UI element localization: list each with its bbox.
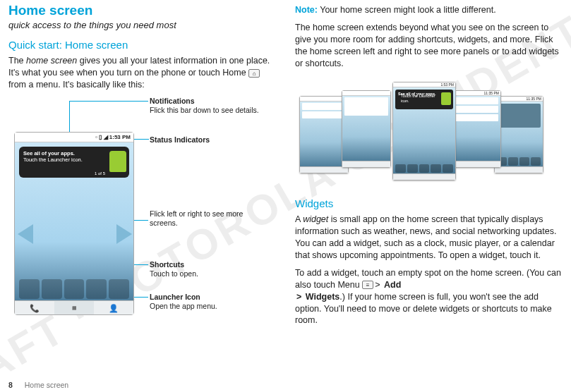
arrow-left-icon — [18, 224, 33, 244]
section-quick-start: Quick start: Home screen — [8, 39, 277, 51]
status-bar: 11:35 PM — [495, 97, 543, 102]
separator: > — [375, 280, 380, 290]
callout-flick: Flick left or right to see more screens. — [150, 209, 270, 228]
menu-add: Add — [384, 280, 401, 290]
callout-shortcuts: Shortcuts Touch to open. — [150, 260, 270, 278]
shortcut-slot[interactable] — [109, 279, 129, 299]
callout-notifications: Notifications Flick this bar down to see… — [150, 97, 270, 115]
menu-widgets: Widgets — [306, 292, 340, 302]
intro-paragraph: The home screen gives you all your lates… — [8, 55, 277, 91]
text: from a menu. It's basically like this: — [8, 80, 145, 90]
page-number: 8 — [8, 381, 13, 389]
extends-paragraph: The home screen extends beyond what you … — [295, 22, 565, 70]
swipe-arrows — [8, 224, 142, 245]
photo-widget — [497, 104, 541, 128]
widget-placeholder — [302, 111, 346, 118]
footer-label: Home screen — [25, 381, 68, 389]
note-paragraph: Note: Your home screen might look a litt… — [295, 4, 565, 16]
callout-title: Status Indicators — [150, 135, 210, 144]
android-icon — [109, 151, 126, 172]
panels-diagram: 1:53 PM See all of your apps.Touch the L… — [295, 76, 556, 189]
home-screen-term: home screen — [26, 56, 77, 66]
note-label: Note: — [295, 5, 318, 15]
status-bar — [342, 91, 390, 96]
phone-mockup: ▫ ▯ ◢ 1:53 PM See all of your apps. Touc… — [14, 132, 134, 315]
menu-icon: ≡ — [362, 281, 373, 289]
callout-title: Notifications — [150, 97, 195, 105]
widget-term: widget — [303, 214, 328, 224]
status-bar: 1:53 PM — [393, 82, 455, 87]
arrow-right-icon — [116, 224, 132, 244]
nav-bar — [495, 166, 543, 173]
status-bar[interactable]: ▫ ▯ ◢ 1:53 PM — [15, 133, 133, 142]
clock: 1:53 PM — [109, 134, 131, 140]
widget-placeholder — [302, 103, 346, 110]
tip-counter: 1 of 5 — [95, 171, 105, 176]
separator: > — [296, 292, 301, 302]
tips-widget[interactable]: See all of your apps. Touch the Launcher… — [19, 147, 129, 178]
callout-title: Launcher Icon — [150, 293, 200, 301]
callout-status: Status Indicators — [150, 135, 270, 145]
shortcut-slot[interactable] — [64, 279, 85, 299]
status-bar — [300, 97, 348, 102]
home-screen-diagram: Notifications Flick this bar down to see… — [8, 97, 277, 329]
launcher-button[interactable]: ▦ — [54, 301, 94, 314]
shortcut-dock — [19, 279, 129, 299]
text: To add a widget, touch an empty spot on … — [295, 268, 561, 290]
panel-center: 1:53 PM See all of your apps.Touch the L… — [392, 82, 456, 180]
contacts-button[interactable]: 👤 — [94, 301, 133, 314]
nav-bar — [342, 161, 390, 167]
nav-bar: 📞 ▦ 👤 — [15, 300, 133, 314]
widgets-paragraph-2: To add a widget, touch an empty spot on … — [295, 267, 565, 326]
page-subtitle: quick access to the things you need most — [8, 20, 277, 30]
shortcut-slot[interactable] — [19, 279, 40, 299]
page-footer: 8 Home screen — [8, 381, 68, 389]
panel-far-right: 11:35 PM — [494, 96, 543, 173]
leader-line — [69, 101, 148, 102]
shortcut-dock — [395, 164, 453, 173]
contact-widget — [455, 114, 498, 121]
callout-body: Open the app menu. — [150, 302, 217, 310]
android-icon — [441, 92, 451, 105]
nav-bar — [393, 173, 455, 180]
text: The — [8, 56, 26, 66]
callout-body: Touch to open. — [150, 269, 198, 278]
signal-icons: ▫ ▯ ◢ — [95, 134, 107, 140]
note-body: Your home screen might look a little dif… — [318, 5, 496, 15]
shortcut-slot[interactable] — [86, 279, 107, 299]
widget-placeholder — [344, 97, 388, 116]
dialer-button[interactable]: 📞 — [15, 301, 54, 314]
status-bar: 11:35 PM — [452, 91, 500, 96]
shortcut-slot[interactable] — [42, 279, 62, 299]
shortcut-dock — [497, 157, 541, 166]
callout-title: Shortcuts — [150, 260, 184, 269]
tip-text: See all of your apps.Touch the Launcher … — [398, 92, 436, 97]
panel-left — [342, 90, 391, 168]
contact-widget — [455, 106, 498, 113]
callout-body: Flick this bar down to see details. — [150, 106, 259, 114]
tips-widget: See all of your apps.Touch the Launcher … — [395, 90, 453, 109]
nav-bar — [300, 166, 348, 173]
callout-body: Flick left or right to see more screens. — [150, 209, 243, 227]
text: is small app on the home screen that typ… — [295, 214, 556, 260]
text: A — [295, 214, 303, 224]
nav-bar — [452, 161, 500, 167]
widgets-paragraph-1: A widget is small app on the home screen… — [295, 214, 565, 262]
home-icon: ⌂ — [248, 69, 260, 78]
contact-widget — [455, 97, 498, 104]
page-title: Home screen — [8, 3, 277, 18]
panel-right: 11:35 PM — [452, 90, 501, 168]
section-widgets: Widgets — [295, 197, 565, 209]
callout-launcher: Launcher Icon Open the app menu. — [150, 293, 270, 311]
